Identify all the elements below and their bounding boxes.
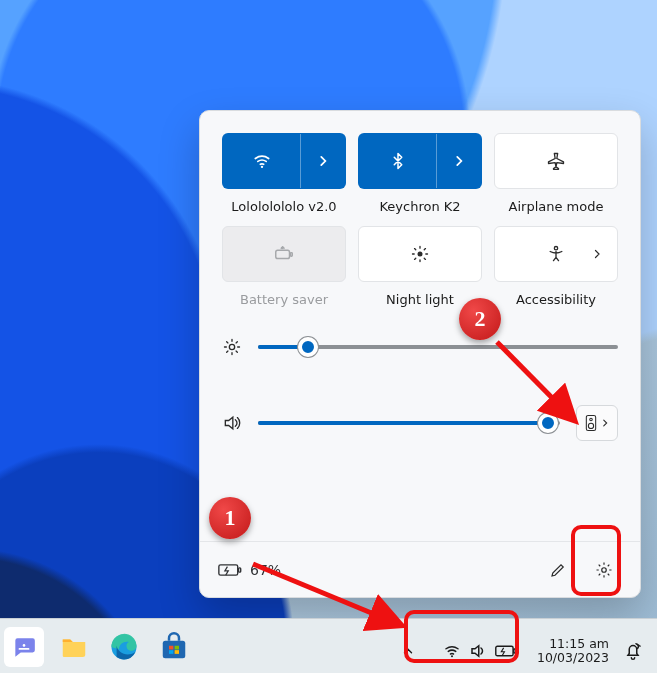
clock-date: 10/03/2023	[537, 651, 609, 665]
tile-night-light-wrap: Night light	[358, 226, 482, 307]
tile-battery-saver	[222, 226, 346, 282]
bell-dnd-icon	[623, 641, 643, 661]
tile-bluetooth-label: Keychron K2	[379, 199, 460, 214]
quick-settings-footer: 67%	[200, 541, 640, 597]
svg-rect-17	[175, 646, 179, 650]
svg-point-11	[602, 567, 607, 572]
accessibility-icon	[546, 244, 566, 264]
svg-rect-16	[169, 646, 173, 650]
brightness-icon	[222, 337, 242, 357]
sliders-area	[222, 337, 618, 441]
svg-rect-15	[163, 641, 186, 659]
svg-point-8	[588, 423, 593, 428]
quick-settings-tiles: Lolololololo v2.0 Keychron K2	[222, 133, 618, 307]
chevron-up-icon	[401, 644, 415, 658]
tile-accessibility-label: Accessibility	[516, 292, 596, 307]
svg-rect-1	[276, 250, 290, 258]
speaker-device-icon	[584, 414, 598, 432]
svg-rect-13	[19, 648, 30, 650]
tile-battery-saver-label: Battery saver	[240, 292, 328, 307]
tile-bluetooth-wrap: Keychron K2	[358, 133, 482, 214]
sound-output-button[interactable]	[576, 405, 618, 441]
svg-point-4	[554, 247, 557, 250]
slider-fill	[258, 421, 548, 425]
night-light-icon	[410, 244, 430, 264]
svg-point-7	[590, 418, 593, 421]
svg-rect-21	[496, 646, 513, 655]
store-icon	[159, 632, 189, 662]
chevron-right-icon	[316, 154, 330, 168]
tile-airplane[interactable]	[494, 133, 618, 189]
svg-rect-22	[514, 649, 516, 653]
svg-point-0	[260, 166, 262, 168]
clock-time: 11:15 am	[537, 637, 609, 651]
wifi-icon	[443, 642, 461, 660]
volume-slider[interactable]	[258, 414, 560, 432]
pencil-icon	[549, 561, 567, 579]
svg-rect-2	[290, 253, 292, 257]
svg-rect-19	[175, 650, 179, 654]
svg-point-3	[418, 252, 423, 257]
edit-quick-settings-button[interactable]	[540, 552, 576, 588]
tile-battery-saver-wrap: Battery saver	[222, 226, 346, 307]
gear-icon	[595, 561, 613, 579]
system-tray: 11:15 am 10/03/2023	[393, 633, 647, 669]
taskbar-app-explorer[interactable]	[54, 627, 94, 667]
tile-wifi-wrap: Lolololololo v2.0	[222, 133, 346, 214]
edge-icon	[109, 632, 139, 662]
battery-saver-icon	[273, 243, 295, 265]
volume-icon	[469, 642, 487, 660]
taskbar-app-chat[interactable]	[4, 627, 44, 667]
taskbar-app-store[interactable]	[154, 627, 194, 667]
tray-overflow-button[interactable]	[393, 633, 423, 669]
chat-icon	[11, 634, 37, 660]
tile-bluetooth[interactable]	[358, 133, 482, 189]
svg-rect-18	[169, 650, 173, 654]
all-settings-button[interactable]	[586, 552, 622, 588]
taskbar-clock[interactable]: 11:15 am 10/03/2023	[537, 637, 609, 666]
chevron-right-icon	[591, 248, 603, 260]
tray-status-group[interactable]	[433, 636, 527, 666]
svg-point-12	[23, 644, 26, 647]
volume-icon	[222, 413, 242, 433]
taskbar-app-edge[interactable]	[104, 627, 144, 667]
tile-airplane-label: Airplane mode	[509, 199, 604, 214]
tile-wifi-label: Lolololololo v2.0	[231, 199, 336, 214]
tile-wifi[interactable]	[222, 133, 346, 189]
battery-status[interactable]: 67%	[218, 562, 281, 578]
tile-accessibility-wrap: Accessibility	[494, 226, 618, 307]
battery-percent-text: 67%	[250, 562, 281, 578]
battery-charging-icon	[218, 562, 242, 578]
svg-rect-9	[219, 564, 238, 574]
tile-wifi-toggle[interactable]	[223, 134, 301, 188]
folder-icon	[59, 632, 89, 662]
wifi-icon	[252, 151, 272, 171]
tile-night-light[interactable]	[358, 226, 482, 282]
bluetooth-icon	[389, 152, 407, 170]
svg-point-5	[229, 344, 234, 349]
quick-settings-panel: Lolololololo v2.0 Keychron K2	[199, 110, 641, 598]
notifications-button[interactable]	[619, 633, 647, 669]
tile-bluetooth-expand[interactable]	[437, 134, 481, 188]
chevron-right-icon	[452, 154, 466, 168]
airplane-icon	[546, 151, 566, 171]
taskbar-pinned-apps	[4, 627, 194, 667]
tile-accessibility[interactable]	[494, 226, 618, 282]
battery-charging-icon	[495, 644, 517, 658]
tile-bluetooth-toggle[interactable]	[359, 134, 437, 188]
footer-actions	[540, 552, 622, 588]
volume-row	[222, 405, 618, 441]
tile-wifi-expand[interactable]	[301, 134, 345, 188]
tile-night-light-label: Night light	[386, 292, 454, 307]
brightness-slider[interactable]	[258, 338, 618, 356]
brightness-row	[222, 337, 618, 357]
tile-airplane-wrap: Airplane mode	[494, 133, 618, 214]
taskbar: 11:15 am 10/03/2023	[0, 618, 657, 673]
svg-point-20	[451, 655, 453, 657]
slider-thumb[interactable]	[538, 413, 558, 433]
svg-rect-10	[239, 567, 241, 571]
slider-thumb[interactable]	[298, 337, 318, 357]
chevron-right-icon	[600, 418, 610, 428]
